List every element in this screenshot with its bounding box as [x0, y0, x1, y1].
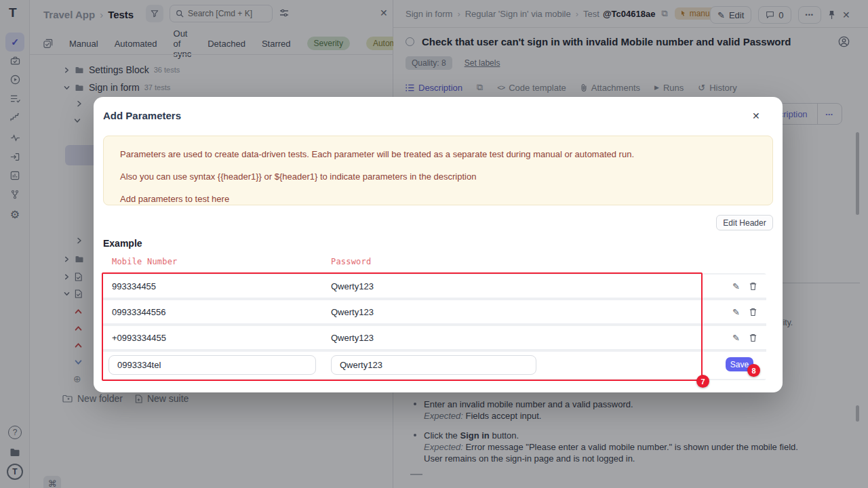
column-header-mobile: Mobile Number	[112, 257, 178, 266]
delete-row-icon[interactable]	[749, 282, 757, 291]
info-line: Add parameters to test here	[120, 192, 756, 206]
delete-row-icon[interactable]	[749, 308, 757, 317]
example-heading: Example	[103, 238, 142, 249]
table-row: 09933344556 Qwerty123 ✎	[103, 300, 766, 323]
mobile-number-input[interactable]	[108, 355, 316, 375]
info-box: Parameters are used to create data-drive…	[103, 136, 773, 205]
cell-mobile: 993334455	[112, 281, 156, 291]
edit-row-icon[interactable]: ✎	[732, 333, 740, 343]
delete-row-icon[interactable]	[749, 333, 757, 342]
add-parameters-modal: Add Parameters ✕ Parameters are used to …	[94, 97, 783, 392]
cell-password: Qwerty123	[331, 281, 374, 291]
cell-password: Qwerty123	[331, 333, 374, 343]
edit-row-icon[interactable]: ✎	[732, 281, 740, 291]
info-line: Parameters are used to create data-drive…	[120, 148, 756, 161]
info-line: Also you can use syntax {{header1}} or $…	[120, 170, 756, 184]
modal-close-icon[interactable]: ✕	[752, 110, 760, 121]
password-input[interactable]	[331, 355, 536, 375]
column-header-password: Password	[331, 257, 371, 266]
table-row: 993334455 Qwerty123 ✎	[103, 274, 766, 298]
cell-password: Qwerty123	[331, 307, 374, 317]
table-row: +0993334455 Qwerty123 ✎	[103, 326, 766, 349]
cell-mobile: +0993334455	[112, 333, 166, 343]
edit-header-button[interactable]: Edit Header	[716, 215, 773, 230]
modal-title: Add Parameters	[103, 110, 181, 121]
save-button[interactable]: Save	[726, 357, 753, 371]
edit-row-icon[interactable]: ✎	[732, 307, 740, 317]
cell-mobile: 09933344556	[112, 307, 166, 317]
new-parameter-row: Save	[103, 352, 766, 379]
